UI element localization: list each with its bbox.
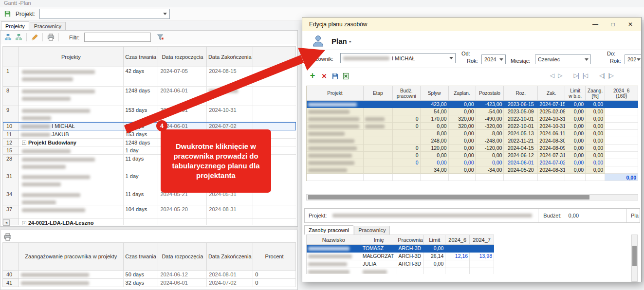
duration-cell[interactable]: 50 days xyxy=(124,271,159,279)
zak-cell[interactable]: 2024-07-31 xyxy=(538,152,565,159)
nav-arrow-icon[interactable]: ◁| xyxy=(597,72,606,79)
start-date-cell[interactable]: 2024-06-01 xyxy=(158,106,207,122)
splyw-cell[interactable]: 170,00 xyxy=(421,115,449,123)
project-name-cell[interactable]: +24-0021-LDA-LDA-Leszno xyxy=(19,219,124,225)
pracownia-cell[interactable]: ARCH-3D xyxy=(397,253,424,260)
nav-arrow-icon[interactable]: |▷ xyxy=(607,72,615,79)
column-header[interactable]: Czas trwania xyxy=(124,243,159,271)
table-row[interactable]: 142 days2024-07-052024-08-15 xyxy=(3,67,296,87)
close-button[interactable]: ✕ xyxy=(622,18,639,31)
budz-cell[interactable]: 0 xyxy=(393,115,421,123)
end-date-cell[interactable] xyxy=(207,87,253,106)
edit-pencil-icon[interactable] xyxy=(30,33,39,42)
projekt-cell[interactable] xyxy=(307,152,364,159)
month7-cell[interactable] xyxy=(470,245,494,253)
table-row[interactable]: TOMASZARCH-3D0,00 xyxy=(307,245,494,253)
table-row[interactable]: 81248 days2024-06-01 xyxy=(3,87,296,106)
month-cell[interactable] xyxy=(605,108,638,115)
procent-cell[interactable]: 0 xyxy=(253,279,296,287)
splyw-cell[interactable]: 34,00 xyxy=(421,166,449,174)
etap-cell[interactable] xyxy=(364,159,393,166)
zak-cell[interactable]: 2024-08-30 xyxy=(538,137,565,145)
column-header[interactable]: 2024_6 (160) xyxy=(605,86,638,101)
zaplan-cell[interactable]: 0,00 xyxy=(449,166,476,174)
end-date-cell[interactable]: 2024-08-15 xyxy=(207,67,253,87)
etap-cell[interactable] xyxy=(364,101,393,108)
limit-cell[interactable]: 0,00 xyxy=(565,137,586,145)
project-name-cell[interactable] xyxy=(19,155,124,172)
projekt-cell[interactable] xyxy=(307,159,364,166)
splyw-cell[interactable]: 120,00 xyxy=(421,145,449,152)
zak-cell[interactable]: 2024-07-02 xyxy=(538,159,565,166)
project-name-cell[interactable]: JAKUB xyxy=(19,130,124,139)
duration-cell[interactable]: 11 days xyxy=(124,155,159,172)
roz-cell[interactable]: 2023-05-09 xyxy=(504,108,538,115)
splyw-cell[interactable]: 248,00 xyxy=(421,137,449,145)
miesiac-combobox[interactable]: Czerwiec xyxy=(535,54,591,64)
zak-cell[interactable]: 2024-08-09 xyxy=(538,145,565,152)
project-name-cell[interactable] xyxy=(19,271,124,279)
scrollbar-thumb[interactable] xyxy=(308,195,589,199)
splyw-cell[interactable]: 0,00 xyxy=(421,123,449,130)
duration-cell[interactable]: 153 days xyxy=(124,106,159,122)
splyw-cell[interactable]: 54,00 xyxy=(421,108,449,115)
month6-cell[interactable]: 12,16 xyxy=(445,253,470,260)
zak-cell[interactable]: 2024-10-31 xyxy=(538,123,565,130)
zak-cell[interactable]: 2024-07-15 xyxy=(538,101,565,108)
month6-cell[interactable] xyxy=(445,245,470,253)
start-date-cell[interactable]: 2024-06-12 xyxy=(158,271,207,279)
end-date-cell[interactable]: 2024-08-01 xyxy=(207,271,253,279)
imie-cell[interactable]: JULIA xyxy=(361,260,397,268)
limit-cell[interactable]: 26,14 xyxy=(424,253,445,260)
column-header[interactable]: Spływ xyxy=(421,86,449,101)
column-header[interactable]: Pracownia xyxy=(397,235,424,245)
save-icon[interactable] xyxy=(331,72,339,80)
project-name-cell[interactable]: +Projekt Budowlany xyxy=(19,139,124,146)
month-cell[interactable] xyxy=(605,166,638,174)
export-excel-icon[interactable] xyxy=(341,72,350,80)
imie-cell[interactable]: TOMASZ xyxy=(361,245,397,253)
zaplan-cell[interactable]: 0,00 xyxy=(449,137,476,145)
roz-cell[interactable]: 2024-06-01 xyxy=(504,159,538,166)
budz-cell[interactable] xyxy=(393,137,421,145)
org-tree-collapse-icon[interactable] xyxy=(14,33,23,42)
month-cell[interactable] xyxy=(605,101,638,108)
zaang-cell[interactable]: 0,00 xyxy=(586,123,605,130)
nav-arrow-icon[interactable]: ▷| xyxy=(571,72,580,79)
pozostalo-cell[interactable]: -34,00 xyxy=(476,166,504,174)
procent-cell[interactable]: 0 xyxy=(253,271,296,279)
duration-cell[interactable]: 11 days xyxy=(124,190,159,205)
column-header[interactable]: Data Zakończenia xyxy=(207,243,253,271)
table-row[interactable]: 0170,00320,00-490,002022-10-012024-10-31… xyxy=(307,115,638,123)
splyw-cell[interactable]: 0,00 xyxy=(421,159,449,166)
project-name-cell[interactable] xyxy=(19,67,124,87)
rok-do-combobox[interactable]: 2024 xyxy=(625,54,642,64)
column-header[interactable]: Pozostało xyxy=(476,86,504,101)
column-header[interactable]: Data Zakończenia xyxy=(207,47,253,67)
limit-cell[interactable]: 0,00 xyxy=(565,152,586,159)
column-header[interactable]: Data rozpoczęcia xyxy=(158,243,207,271)
etap-cell[interactable] xyxy=(364,115,393,123)
tab-pracownicy-dialog[interactable]: Pracownicy xyxy=(354,226,390,235)
month-cell[interactable] xyxy=(605,130,638,137)
zaplan-cell[interactable]: 320,00 xyxy=(449,123,476,130)
rok-od-combobox[interactable]: 2024 xyxy=(481,54,506,64)
etap-cell[interactable] xyxy=(364,152,393,159)
column-header[interactable]: Limit xyxy=(424,235,445,245)
tab-zasoby-pracowni[interactable]: Zasoby pracowni xyxy=(304,225,353,235)
table-row[interactable]: 248,000,00-248,002022-11-212024-08-300,0… xyxy=(307,137,638,145)
roz-cell[interactable]: 2024-05-20 xyxy=(504,166,538,174)
month6-cell[interactable] xyxy=(445,268,470,274)
imie-cell[interactable] xyxy=(361,268,397,274)
projekt-cell[interactable] xyxy=(307,115,364,123)
column-header[interactable]: 2024_6 xyxy=(445,235,470,245)
pozostalo-cell[interactable]: 0,00 xyxy=(476,152,504,159)
table-row[interactable]: 8,000,00-8,002024-05-132024-06-110,000,0… xyxy=(307,130,638,137)
nav-arrow-icon[interactable]: ▷ xyxy=(556,72,564,79)
pracownia-cell[interactable]: ARCH-3D xyxy=(397,245,424,253)
nav-arrow-icon[interactable]: |◁ xyxy=(581,72,589,79)
pracownik-combobox[interactable]: I MICHAŁ xyxy=(340,53,456,63)
table-row[interactable] xyxy=(307,268,494,274)
month-cell[interactable] xyxy=(605,159,638,166)
zaplan-cell[interactable]: 0,00 xyxy=(449,108,476,115)
